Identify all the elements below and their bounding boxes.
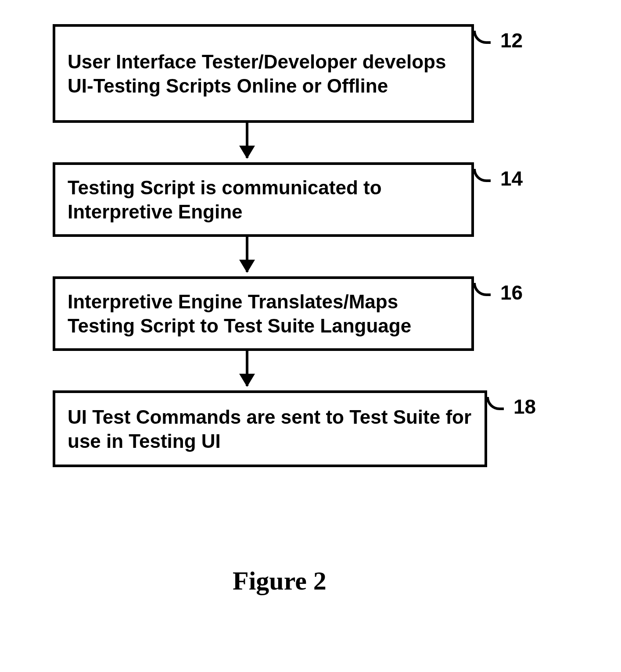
arrow-12-to-14 xyxy=(246,123,248,158)
leader-14 xyxy=(473,169,499,195)
leader-12 xyxy=(473,31,499,57)
flow-step-18-ref: 18 xyxy=(513,395,536,418)
flow-step-16-text: Interpretive Engine Translates/Maps Test… xyxy=(68,290,459,338)
flow-step-12: User Interface Tester/Developer develops… xyxy=(53,24,474,123)
leader-18 xyxy=(486,397,513,423)
flow-step-16: Interpretive Engine Translates/Maps Test… xyxy=(53,276,474,351)
figure-caption: Figure 2 xyxy=(233,566,327,596)
flow-step-18: UI Test Commands are sent to Test Suite … xyxy=(53,390,487,467)
arrow-16-to-18 xyxy=(246,351,248,386)
flow-step-14-ref: 14 xyxy=(500,167,523,190)
flow-step-12-ref: 12 xyxy=(500,29,523,52)
flowchart-canvas: User Interface Tester/Developer develops… xyxy=(0,0,621,672)
flow-step-18-text: UI Test Commands are sent to Test Suite … xyxy=(68,405,472,453)
flow-step-14-text: Testing Script is communicated to Interp… xyxy=(68,175,459,224)
flow-step-12-text: User Interface Tester/Developer develops… xyxy=(68,50,459,98)
arrow-14-to-16 xyxy=(246,237,248,272)
flow-step-16-ref: 16 xyxy=(500,281,523,304)
flow-step-14: Testing Script is communicated to Interp… xyxy=(53,162,474,237)
leader-16 xyxy=(473,283,499,309)
